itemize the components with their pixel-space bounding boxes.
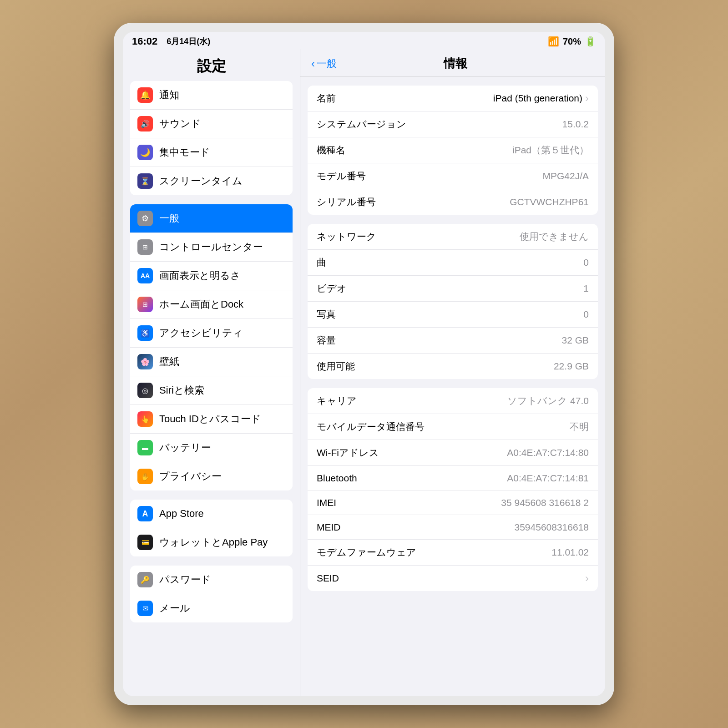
sidebar-item-focus[interactable]: 🌙 集中モード: [130, 138, 293, 167]
sidebar-item-privacy[interactable]: ✋ プライバシー: [130, 462, 293, 490]
label-seid: SEID: [317, 573, 585, 584]
siri-label: Siriと検索: [159, 384, 204, 397]
value-modem: 11.01.02: [551, 547, 589, 558]
passwords-label: パスワード: [159, 573, 211, 586]
sound-icon: 🔊: [137, 116, 153, 131]
info-section-storage: ネットワーク 使用できません 曲 0 ビデオ 1 写真: [308, 224, 598, 379]
info-row-mobile-number: モバイルデータ通信番号 不明: [308, 414, 598, 440]
sidebar-item-passwords[interactable]: 🔑 パスワード: [130, 566, 293, 594]
status-date: 6月14日(水): [167, 36, 210, 47]
homescreen-icon: ⊞: [137, 297, 153, 312]
value-available: 22.9 GB: [554, 361, 589, 372]
value-version: 15.0.2: [562, 119, 589, 130]
battery-text: 70%: [563, 36, 581, 47]
info-row-photos: 写真 0: [308, 302, 598, 328]
info-row-name: 名前 iPad (5th generation): [308, 86, 598, 111]
wallpaper-label: 壁紙: [159, 355, 179, 369]
value-photos: 0: [583, 309, 589, 320]
display-icon: AA: [137, 268, 153, 283]
notifications-label: 通知: [159, 88, 179, 102]
notifications-icon: 🔔: [137, 87, 153, 103]
sidebar-item-battery[interactable]: ▬ バッテリー: [130, 434, 293, 462]
sidebar-item-sound[interactable]: 🔊 サウンド: [130, 110, 293, 138]
sidebar-item-touchid[interactable]: 👆 Touch IDとパスコード: [130, 405, 293, 434]
sidebar-item-wallet[interactable]: 💳 ウォレットとApple Pay: [130, 528, 293, 556]
general-label: 一般: [159, 212, 179, 225]
passwords-icon: 🔑: [137, 572, 153, 587]
sidebar-item-general[interactable]: ⚙ 一般: [130, 204, 293, 233]
sidebar: 設定 🔔 通知 🔊 サウンド 🌙 集中モード: [123, 49, 300, 696]
sidebar-item-accessibility[interactable]: ♿ アクセシビリティ: [130, 319, 293, 348]
value-seid-arrow: ›: [585, 572, 589, 585]
back-button[interactable]: ‹ 一般: [311, 57, 337, 71]
wifi-icon: 📶: [548, 36, 559, 47]
value-mobile-number: 不明: [570, 420, 589, 433]
privacy-icon: ✋: [137, 469, 153, 484]
value-songs: 0: [583, 257, 589, 268]
label-bluetooth: Bluetooth: [317, 473, 507, 484]
value-bluetooth: A0:4E:A7:C7:14:81: [507, 473, 589, 484]
appstore-icon: A: [137, 506, 153, 521]
sidebar-item-notifications[interactable]: 🔔 通知: [130, 81, 293, 110]
info-row-available: 使用可能 22.9 GB: [308, 354, 598, 379]
info-row-imei: IMEI 35 945608 316618 2: [308, 490, 598, 515]
value-capacity: 32 GB: [561, 335, 589, 346]
info-row-model-number: モデル番号 MPG42J/A: [308, 163, 598, 189]
controlcenter-icon: ⊞: [137, 239, 153, 255]
sidebar-item-siri[interactable]: ◎ Siriと検索: [130, 376, 293, 405]
info-row-wifi-address: Wi-Fiアドレス A0:4E:A7:C7:14:80: [308, 440, 598, 466]
ipad-frame: 16:02 6月14日(水) 📶 70% 🔋 設定: [114, 23, 614, 705]
value-wifi-address: A0:4E:A7:C7:14:80: [507, 447, 589, 458]
label-model-number: モデル番号: [317, 170, 542, 182]
info-section-network: キャリア ソフトバンク 47.0 モバイルデータ通信番号 不明 Wi-Fiアドレ…: [308, 388, 598, 591]
info-row-bluetooth: Bluetooth A0:4E:A7:C7:14:81: [308, 466, 598, 490]
right-panel: ‹ 一般 情報 名前 iPad (5th generation) システムバージ…: [300, 49, 605, 696]
info-row-modem: モデムファームウェア 11.01.02: [308, 540, 598, 566]
value-meid: 35945608316618: [514, 522, 589, 533]
display-label: 画面表示と明るさ: [159, 269, 241, 283]
label-photos: 写真: [317, 308, 583, 321]
info-row-capacity: 容量 32 GB: [308, 328, 598, 354]
siri-icon: ◎: [137, 383, 153, 398]
value-model-number: MPG42J/A: [542, 171, 589, 182]
label-meid: MEID: [317, 522, 514, 533]
screentime-label: スクリーンタイム: [159, 174, 243, 188]
back-chevron-icon: ‹: [311, 57, 315, 70]
wallet-label: ウォレットとApple Pay: [159, 536, 268, 549]
info-row-videos: ビデオ 1: [308, 276, 598, 302]
touchid-icon: 👆: [137, 411, 153, 427]
value-name[interactable]: iPad (5th generation): [493, 92, 589, 105]
sidebar-item-screentime[interactable]: ⌛ スクリーンタイム: [130, 167, 293, 195]
sidebar-item-controlcenter[interactable]: ⊞ コントロールセンター: [130, 233, 293, 262]
sidebar-section-3: A App Store 💳 ウォレットとApple Pay: [130, 500, 293, 556]
label-modem: モデムファームウェア: [317, 546, 551, 559]
sidebar-item-display[interactable]: AA 画面表示と明るさ: [130, 262, 293, 290]
accessibility-label: アクセシビリティ: [159, 326, 243, 340]
info-row-meid: MEID 35945608316618: [308, 515, 598, 540]
right-panel-header: ‹ 一般 情報: [300, 49, 605, 76]
info-row-network: ネットワーク 使用できません: [308, 224, 598, 250]
sidebar-section-2: ⚙ 一般 ⊞ コントロールセンター AA 画面表示と明るさ ⊞: [130, 204, 293, 490]
label-capacity: 容量: [317, 334, 561, 347]
info-section-device: 名前 iPad (5th generation) システムバージョン 15.0.…: [308, 86, 598, 215]
status-time: 16:02: [132, 35, 157, 47]
background: 16:02 6月14日(水) 📶 70% 🔋 設定: [0, 0, 728, 728]
general-icon: ⚙: [137, 211, 153, 226]
main-content: 設定 🔔 通知 🔊 サウンド 🌙 集中モード: [123, 49, 605, 696]
sidebar-section-1: 🔔 通知 🔊 サウンド 🌙 集中モード ⌛: [130, 81, 293, 195]
sidebar-item-appstore[interactable]: A App Store: [130, 500, 293, 528]
sidebar-item-wallpaper[interactable]: 🌸 壁紙: [130, 348, 293, 376]
info-row-seid[interactable]: SEID ›: [308, 566, 598, 591]
sidebar-title: 設定: [123, 49, 300, 81]
label-wifi-address: Wi-Fiアドレス: [317, 446, 507, 459]
sidebar-item-mail[interactable]: ✉ メール: [130, 594, 293, 622]
value-serial: GCTVWCHZHP61: [510, 197, 589, 207]
label-version: システムバージョン: [317, 118, 562, 131]
focus-icon: 🌙: [137, 145, 153, 160]
screentime-icon: ⌛: [137, 173, 153, 189]
info-row-serial: シリアル番号 GCTVWCHZHP61: [308, 189, 598, 215]
accessibility-icon: ♿: [137, 325, 153, 341]
value-videos: 1: [583, 283, 589, 294]
sidebar-item-homescreen[interactable]: ⊞ ホーム画面とDock: [130, 290, 293, 319]
mail-label: メール: [159, 602, 190, 615]
